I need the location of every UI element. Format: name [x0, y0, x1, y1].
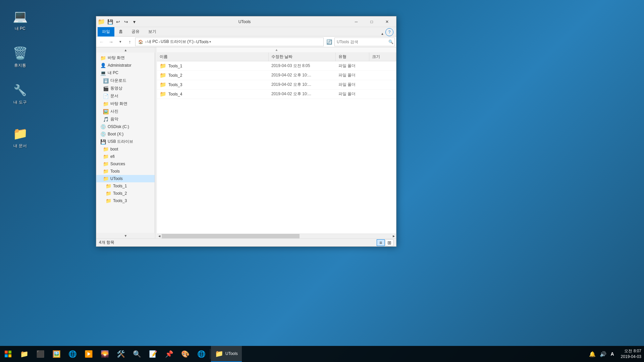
sidebar-item-documents[interactable]: 📄 문서: [96, 92, 155, 100]
sidebar-item-utools[interactable]: 📁 UTools: [96, 175, 155, 182]
desktop-icon-recycle[interactable]: 🗑️ 휴지통: [7, 44, 34, 70]
taskbar-setup[interactable]: 🛠️: [113, 346, 129, 362]
sidebar-item-sources[interactable]: 📁 Sources: [96, 160, 155, 168]
h-scroll-thumb[interactable]: [162, 234, 300, 239]
tab-view[interactable]: 보기: [144, 27, 161, 37]
view-list-button[interactable]: ≡: [377, 239, 385, 246]
clock-date: 2019-04-03: [621, 354, 641, 360]
sidebar-item-tools2[interactable]: 📁 Tools_2: [96, 190, 155, 197]
title-bar: 📁 💾 ↩ ↪ ▾ UTools ─ □ ✕: [96, 16, 396, 27]
path-segment-utools[interactable]: UTools: [196, 40, 209, 44]
sidebar-item-music[interactable]: 🎵 음악: [96, 115, 155, 123]
taskbar-tray: 🔔 🔊 A: [585, 351, 618, 357]
sidebar-item-videos[interactable]: 🎬 동영상: [96, 84, 155, 92]
taskbar-ie[interactable]: 🌐: [64, 346, 80, 362]
address-bar: ← → ▾ ↑ 🏠 › 내 PC › USB 드라이브 (Y:) › UTool…: [96, 37, 396, 47]
speaker-icon[interactable]: 🔊: [598, 351, 608, 357]
main-content: ▲ 📁 바탕 화면 👤 Administrator 💻 내 PC: [96, 47, 396, 238]
save-btn[interactable]: 💾: [106, 18, 114, 25]
back-button[interactable]: ←: [98, 38, 106, 46]
col-header-date[interactable]: 수정한 날짜: [269, 53, 336, 61]
search-input[interactable]: [337, 40, 387, 44]
horizontal-scrollbar[interactable]: ◀ ▶: [157, 234, 396, 238]
start-button[interactable]: [0, 346, 16, 362]
taskbar-media-player[interactable]: ▶️: [80, 346, 97, 362]
notification-icon[interactable]: 🔔: [588, 351, 597, 357]
sidebar-scroll-up[interactable]: ▲: [96, 47, 155, 53]
ribbon-collapse-btn[interactable]: ▲: [381, 32, 384, 36]
table-row[interactable]: 📁 Tools_3 2019-04-02 오후 10:... 파일 폴더: [157, 80, 396, 89]
help-button[interactable]: ?: [385, 28, 393, 36]
taskbar-image-viewer[interactable]: 🌄: [97, 346, 113, 362]
taskbar-file-explorer[interactable]: 📁: [16, 346, 32, 362]
path-segment-usb[interactable]: USB 드라이브 (Y:): [161, 39, 194, 45]
desktop-icon-my-tools[interactable]: 🔧 내 도구: [7, 80, 34, 107]
file-name-tools2: 📁 Tools_2: [157, 72, 269, 78]
h-scroll-left[interactable]: ◀: [157, 234, 162, 239]
sidebar-item-osdisk[interactable]: 💿 OSDisk (C:): [96, 123, 155, 130]
address-path[interactable]: 🏠 › 내 PC › USB 드라이브 (Y:) › UTools ▾: [135, 38, 324, 46]
taskbar-clock[interactable]: 오전 8:07 2019-04-03: [618, 348, 644, 360]
svg-rect-3: [8, 354, 11, 357]
up-button-chevron[interactable]: ▾: [116, 38, 124, 46]
sidebar-item-boot-drive[interactable]: 💿 Boot (X:): [96, 130, 155, 138]
table-row[interactable]: 📁 Tools_1 2019-04-03 오전 8:05 파일 폴더: [157, 61, 396, 71]
sidebar-item-efi[interactable]: 📁 efi: [96, 153, 155, 160]
path-segment-mypc[interactable]: 내 PC: [147, 39, 158, 45]
taskbar-utools[interactable]: 📁 UTools: [211, 346, 242, 362]
taskbar-sticky[interactable]: 📌: [161, 346, 177, 362]
col-header-type[interactable]: 유형: [336, 53, 369, 61]
col-header-name[interactable]: 이름: [157, 53, 269, 61]
tab-home[interactable]: 홈: [114, 27, 127, 37]
col-header-size[interactable]: 크기: [369, 53, 396, 61]
forward-button[interactable]: →: [107, 38, 115, 46]
sidebar-item-boot[interactable]: 📁 boot: [96, 145, 155, 153]
my-pc-icon: 💻: [12, 8, 28, 24]
sidebar-scroll-down[interactable]: ▼: [96, 233, 155, 238]
view-detail-button[interactable]: ⊞: [385, 239, 393, 246]
undo-btn[interactable]: ↩: [114, 18, 122, 25]
minimize-button[interactable]: ─: [348, 16, 364, 27]
close-button[interactable]: ✕: [379, 16, 395, 27]
sidebar-item-mypc[interactable]: 💻 내 PC: [96, 69, 155, 77]
h-scroll-right[interactable]: ▶: [391, 234, 396, 239]
sidebar-item-photos[interactable]: 🖼️ 사진: [96, 108, 155, 115]
customize-qa-btn[interactable]: ▾: [130, 18, 138, 25]
taskbar-notepad[interactable]: 📝: [145, 346, 161, 362]
taskbar-media-viewer[interactable]: 🖼️: [48, 346, 64, 362]
h-scroll-track[interactable]: [162, 234, 391, 239]
sidebar-item-tools[interactable]: 📁 Tools: [96, 168, 155, 175]
sidebar-item-tools3[interactable]: 📁 Tools_3: [96, 197, 155, 204]
taskbar-paint[interactable]: 🎨: [177, 346, 193, 362]
sidebar-item-administrator[interactable]: 👤 Administrator: [96, 62, 155, 69]
sort-chevron[interactable]: ▲: [275, 48, 278, 52]
table-row[interactable]: 📁 Tools_4 2019-04-02 오후 10:... 파일 폴더: [157, 89, 396, 99]
sort-row: ▲: [157, 47, 396, 53]
search-icon[interactable]: 🔍: [388, 40, 393, 44]
desktop-icon-my-pc[interactable]: 💻 내 PC: [7, 7, 34, 33]
taskbar-search[interactable]: 🔍: [129, 346, 145, 362]
address-dropdown-chevron[interactable]: ▾: [209, 40, 212, 44]
desktop-icon-my-docs[interactable]: 📁 내 문서: [7, 124, 34, 150]
window-title: UTools: [141, 19, 348, 24]
sidebar-item-tools1[interactable]: 📁 Tools_1: [96, 182, 155, 190]
sidebar-item-downloads[interactable]: ⬇️ 다운로드: [96, 77, 155, 84]
taskbar-cmd[interactable]: ⬛: [32, 346, 48, 362]
parent-button[interactable]: ↑: [126, 38, 134, 46]
sidebar-item-usb-drive[interactable]: 💾 USB 드라이브: [96, 138, 155, 145]
tab-share[interactable]: 공유: [127, 27, 144, 37]
tools-folder-icon: 📁: [103, 169, 108, 174]
refresh-button[interactable]: 🔄: [325, 38, 333, 46]
ime-indicator[interactable]: A: [609, 351, 615, 357]
utools-taskbar-label: UTools: [225, 351, 238, 356]
redo-btn[interactable]: ↪: [122, 18, 130, 25]
clock-time: 오전 8:07: [624, 348, 641, 354]
maximize-button[interactable]: □: [364, 16, 379, 27]
taskbar-network[interactable]: 🌐: [193, 346, 209, 362]
photos-icon: 🖼️: [103, 109, 108, 114]
my-tools-label: 내 도구: [13, 100, 26, 105]
sidebar-item-wallpaper[interactable]: 📁 바탕 화면: [96, 100, 155, 108]
sidebar-item-desktop[interactable]: 📁 바탕 화면: [96, 54, 155, 62]
tab-file[interactable]: 파일: [98, 27, 114, 37]
table-row[interactable]: 📁 Tools_2 2019-04-02 오후 10:... 파일 폴더: [157, 71, 396, 80]
